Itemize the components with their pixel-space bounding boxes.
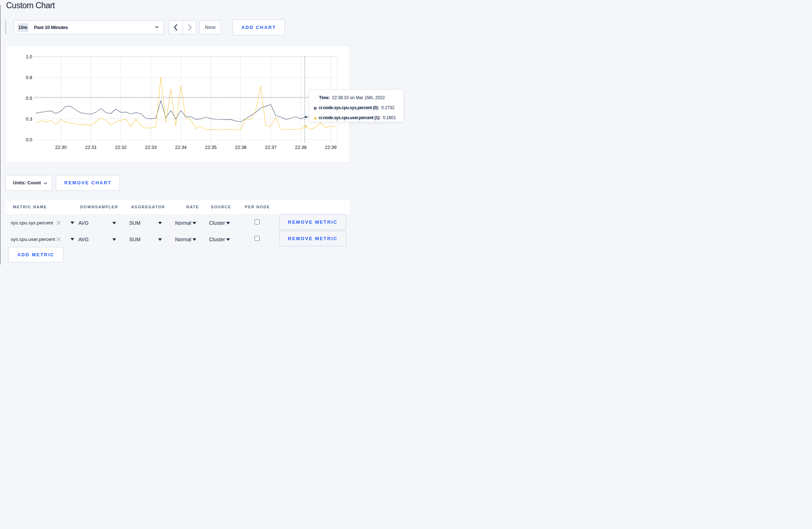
svg-text:22:31: 22:31: [85, 144, 97, 150]
svg-text:22:32: 22:32: [115, 144, 127, 150]
svg-text:22:38: 22:38: [295, 144, 307, 150]
svg-text:0.8: 0.8: [26, 74, 32, 80]
svg-text:0.5: 0.5: [26, 95, 32, 101]
svg-text:22:35: 22:35: [205, 144, 217, 150]
svg-text:22:34: 22:34: [175, 144, 187, 150]
svg-text:22:36: 22:36: [235, 144, 247, 150]
svg-text:22:37: 22:37: [265, 144, 277, 150]
svg-text:22:39: 22:39: [325, 144, 337, 150]
svg-text:1.0: 1.0: [26, 54, 32, 59]
svg-text:22:30: 22:30: [55, 144, 67, 150]
svg-text:22:33: 22:33: [145, 144, 157, 150]
svg-text:0.0: 0.0: [26, 137, 32, 142]
svg-text:0.3: 0.3: [26, 116, 32, 121]
